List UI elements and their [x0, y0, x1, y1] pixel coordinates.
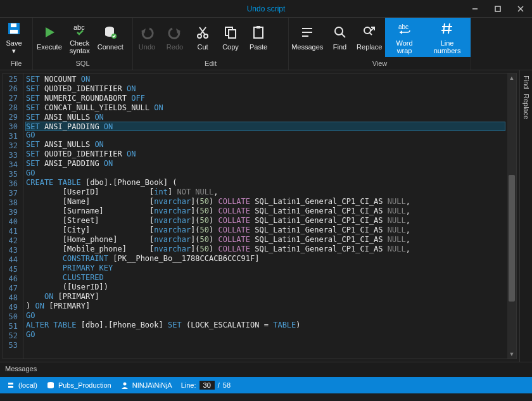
line-number: 34	[6, 160, 18, 170]
code-line[interactable]: GO	[26, 169, 505, 178]
save-button[interactable]: Save ▾	[0, 18, 28, 57]
ribbon-group-label: SQL	[33, 57, 133, 70]
code-line[interactable]: GO	[26, 130, 505, 140]
line-number: 53	[6, 341, 18, 350]
code-line[interactable]: [Home_phone] [nvarchar](50) COLLATE SQL_…	[26, 235, 505, 245]
svg-line-27	[341, 34, 345, 37]
svg-line-29	[369, 32, 372, 35]
code-line[interactable]: CREATE TABLE [dbo].[Phone_Book] (	[26, 178, 505, 188]
linenumbers-button[interactable]: Line numbers	[424, 18, 471, 57]
messages-panel-header[interactable]: Messages	[0, 362, 532, 377]
line-gutter: 2526272829303132333435363738394041424344…	[3, 73, 23, 359]
line-number: 36	[6, 179, 18, 189]
database-icon	[46, 381, 55, 390]
save-button-label: Save ▾	[6, 39, 22, 54]
svg-marker-31	[400, 30, 402, 34]
code-line[interactable]: ([UserID])	[26, 283, 505, 292]
status-database: Pubs_Production	[46, 381, 111, 390]
line-number: 49	[6, 303, 18, 312]
code-line[interactable]: SET NOCOUNT ON	[26, 75, 505, 84]
messages-button-label: Messages	[291, 43, 323, 51]
code-line[interactable]: GO	[26, 330, 505, 340]
undo-icon	[139, 24, 155, 41]
code-line[interactable]: CONSTRAINT [PK__Phone_Bo__1788CCACB6CCC9…	[26, 254, 505, 264]
code-line[interactable]: [UserID] [int] NOT NULL,	[26, 188, 505, 197]
replace-button[interactable]: Replace	[354, 18, 385, 57]
save-icon	[6, 20, 22, 37]
code-line[interactable]: CLUSTERED	[26, 273, 505, 283]
line-number: 33	[6, 151, 18, 160]
cut-button[interactable]: Cut	[189, 18, 217, 57]
ribbon-group-label: Edit	[133, 57, 289, 70]
scroll-up-arrow[interactable]: ▲	[507, 73, 516, 82]
wordwrap-button-label: Word wrap	[389, 39, 420, 54]
find-button[interactable]: Find	[326, 18, 354, 57]
titlebar: Undo script	[0, 0, 532, 18]
code-line[interactable]: [Mobile_phone] [nvarchar](50) COLLATE SQ…	[26, 245, 505, 254]
svg-marker-7	[46, 27, 54, 37]
line-number: 52	[6, 331, 18, 341]
replace-tab[interactable]: Replace	[522, 94, 530, 119]
play-icon	[41, 24, 58, 41]
window-title: Undo script	[247, 4, 286, 13]
maximize-button[interactable]	[486, 0, 509, 18]
code-line[interactable]: [City] [nvarchar](50) COLLATE SQL_Latin1…	[26, 226, 505, 235]
code-line[interactable]: SET QUOTED_IDENTIFIER ON	[26, 84, 505, 94]
code-line[interactable]: SET ANSI_NULLS ON	[26, 113, 505, 122]
line-input[interactable]: 30	[200, 381, 215, 390]
code-line[interactable]: GO	[26, 311, 505, 321]
code-line[interactable]: SET ANSI_PADDING ON	[25, 122, 505, 131]
execute-button[interactable]: Execute	[33, 18, 66, 57]
connect-button[interactable]: Connect	[94, 18, 127, 57]
find-icon	[332, 24, 348, 41]
find-tab[interactable]: Find	[522, 75, 530, 89]
vertical-scrollbar[interactable]: ▲ ▼	[507, 73, 516, 359]
close-button[interactable]	[509, 0, 532, 18]
ribbon-group-edit: UndoRedoCutCopyPaste	[133, 18, 289, 57]
wordwrap-button[interactable]: abcWord wrap	[385, 18, 424, 57]
code-line[interactable]: ) ON [PRIMARY]	[26, 302, 505, 311]
code-line[interactable]: ALTER TABLE [dbo].[Phone_Book] SET (LOCK…	[26, 321, 505, 330]
redo-button: Redo	[161, 18, 189, 57]
copy-button-label: Copy	[222, 43, 239, 51]
line-number: 38	[6, 198, 18, 208]
scroll-down-arrow[interactable]: ▼	[507, 350, 516, 359]
messages-button[interactable]: Messages	[289, 18, 326, 57]
wordwrap-icon: abc	[396, 20, 413, 37]
replace-icon	[361, 24, 377, 41]
check-syntax-button-label: Check syntax	[70, 39, 90, 54]
redo-icon	[167, 24, 183, 41]
undo-button-label: Undo	[139, 43, 155, 51]
code-line[interactable]: SET ANSI_NULLS ON	[26, 140, 505, 150]
paste-button[interactable]: Paste	[244, 18, 272, 57]
code-line[interactable]: SET NUMERIC_ROUNDABORT OFF	[26, 94, 505, 103]
line-number: 44	[6, 255, 18, 265]
replace-button-label: Replace	[357, 43, 382, 51]
svg-line-32	[443, 23, 445, 34]
code-line[interactable]: PRIMARY KEY	[26, 264, 505, 273]
code-line[interactable]: [Name] [nvarchar](50) COLLATE SQL_Latin1…	[26, 197, 505, 207]
line-number: 43	[6, 246, 18, 255]
scroll-thumb[interactable]	[509, 175, 515, 302]
copy-button[interactable]: Copy	[217, 18, 244, 57]
code-line[interactable]: [Street] [nvarchar](50) COLLATE SQL_Lati…	[26, 216, 505, 226]
code-line[interactable]: SET QUOTED_IDENTIFIER ON	[26, 150, 505, 159]
cut-icon	[194, 24, 211, 41]
check-syntax-button[interactable]: abcCheck syntax	[66, 18, 94, 57]
line-number: 48	[6, 293, 18, 303]
svg-rect-20	[229, 30, 236, 38]
line-number: 46	[6, 274, 18, 284]
line-number: 32	[6, 141, 18, 151]
svg-rect-5	[10, 30, 18, 34]
code-line[interactable]: [Surname] [nvarchar](50) COLLATE SQL_Lat…	[26, 207, 505, 216]
code-line[interactable]: SET CONCAT_NULL_YIELDS_NULL ON	[26, 103, 505, 113]
code-line[interactable]	[26, 340, 505, 349]
line-number: 42	[6, 236, 18, 246]
right-rail: Find Replace	[519, 70, 532, 362]
minimize-button[interactable]	[464, 0, 486, 18]
code-line[interactable]: SET ANSI_PADDING ON	[26, 159, 505, 169]
code-area[interactable]: SET NOCOUNT ONSET QUOTED_IDENTIFIER ONSE…	[23, 73, 507, 359]
code-line[interactable]: ON [PRIMARY]	[26, 292, 505, 302]
code-editor[interactable]: 2526272829303132333435363738394041424344…	[3, 73, 517, 359]
ribbon-group-file: Save ▾	[0, 18, 33, 57]
